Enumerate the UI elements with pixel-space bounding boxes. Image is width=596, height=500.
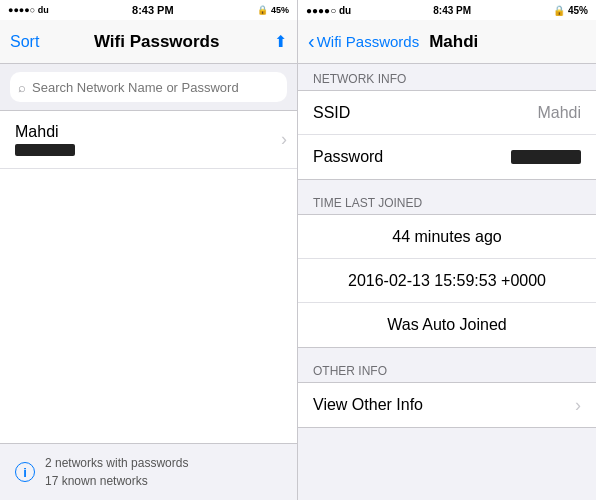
absolute-time-row: 2016-02-13 15:59:53 +0000 [298,259,596,303]
share-icon: ⬆ [274,33,287,50]
left-panel: ●●●●○ du 8:43 PM 🔒 45% Sort Wifi Passwor… [0,0,298,500]
right-signal: ●●●●○ du [306,5,351,16]
time-info-card: 44 minutes ago 2016-02-13 15:59:53 +0000… [298,214,596,348]
right-content: NETWORK INFO SSID Mahdi Password TIME LA… [298,64,596,500]
view-other-info-row[interactable]: View Other Info › [298,383,596,427]
back-button[interactable]: ‹ Wifi Passwords [308,31,419,53]
search-input[interactable] [32,80,279,95]
auto-joined-text: Was Auto Joined [387,316,506,334]
relative-time-row: 44 minutes ago [298,215,596,259]
list-item-chevron: › [281,129,287,150]
auto-joined-row: Was Auto Joined [298,303,596,347]
password-block [511,150,581,164]
networks-with-passwords: 2 networks with passwords [45,454,188,472]
network-info-card: SSID Mahdi Password [298,90,596,180]
other-info-card: View Other Info › [298,382,596,428]
wifi-list: Mahdi › [0,110,297,444]
absolute-time: 2016-02-13 15:59:53 +0000 [348,272,546,290]
time-info-header: TIME LAST JOINED [298,188,596,214]
list-item-left: Mahdi [15,123,75,156]
right-status-bar: ●●●●○ du 8:43 PM 🔒 45% [298,0,596,20]
password-label: Password [313,148,383,166]
back-label: Wifi Passwords [317,33,420,50]
left-nav-bar: Sort Wifi Passwords ⬆ [0,20,297,64]
right-panel: ●●●●○ du 8:43 PM 🔒 45% ‹ Wifi Passwords … [298,0,596,500]
other-info-header: OTHER INFO [298,356,596,382]
right-battery: 45% [568,5,588,16]
item-password-block [15,144,75,156]
right-lock-icon: 🔒 [553,5,565,16]
share-button[interactable]: ⬆ [274,32,287,51]
known-networks: 17 known networks [45,472,188,490]
left-nav-title: Wifi Passwords [94,32,220,52]
bottom-info: i 2 networks with passwords 17 known net… [0,444,297,500]
sort-button[interactable]: Sort [10,33,39,51]
search-icon: ⌕ [18,80,26,95]
other-info-chevron: › [575,395,581,416]
left-battery: 45% [271,5,289,15]
bottom-text: 2 networks with passwords 17 known netwo… [45,454,188,490]
list-item[interactable]: Mahdi › [0,111,297,169]
right-nav-bar: ‹ Wifi Passwords Mahdi [298,20,596,64]
right-nav-title: Mahdi [429,32,478,52]
right-right-icons: 🔒 45% [553,5,588,16]
search-container: ⌕ [0,64,297,110]
ssid-value: Mahdi [537,104,581,122]
ssid-row: SSID Mahdi [298,91,596,135]
relative-time: 44 minutes ago [392,228,501,246]
view-other-info-label: View Other Info [313,396,423,414]
network-info-header: NETWORK INFO [298,64,596,90]
right-time: 8:43 PM [433,5,471,16]
left-status-bar: ●●●●○ du 8:43 PM 🔒 45% [0,0,297,20]
password-row: Password [298,135,596,179]
left-lock-icon: 🔒 [257,5,268,15]
back-chevron-icon: ‹ [308,30,315,53]
item-name: Mahdi [15,123,75,141]
search-bar: ⌕ [10,72,287,102]
ssid-label: SSID [313,104,350,122]
left-right-icons: 🔒 45% [257,5,289,15]
left-signal: ●●●●○ du [8,5,49,15]
left-time: 8:43 PM [132,4,174,16]
info-icon[interactable]: i [15,462,35,482]
